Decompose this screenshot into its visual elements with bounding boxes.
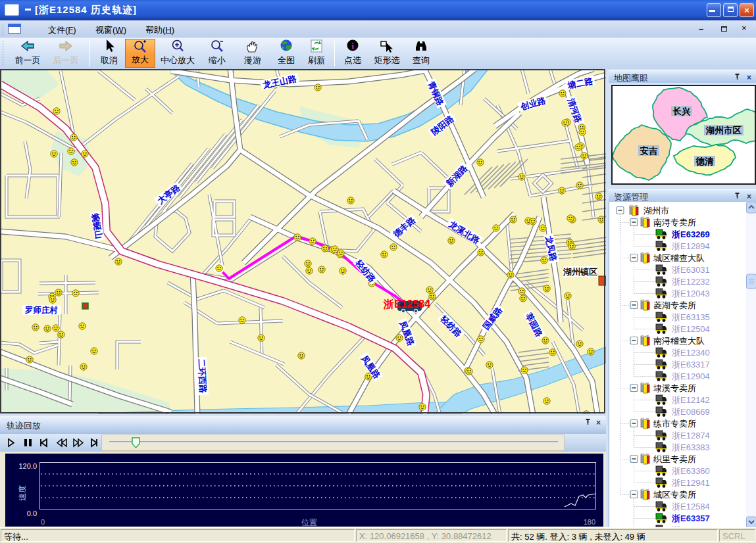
svg-text:浙E63031: 浙E63031 <box>672 265 710 275</box>
svg-text:浙E12584: 浙E12584 <box>672 502 710 511</box>
svg-text:浙E12043: 浙E12043 <box>672 289 710 298</box>
svg-text:湖州市区: 湖州市区 <box>705 126 742 135</box>
svg-text:浙E63383: 浙E63383 <box>672 442 710 452</box>
svg-text:浙E12904: 浙E12904 <box>672 371 710 381</box>
svg-text:菱湖专卖所: 菱湖专卖所 <box>653 300 696 310</box>
svg-text:安吉: 安吉 <box>640 146 659 156</box>
svg-text:浙E12504: 浙E12504 <box>672 324 710 334</box>
svg-text:120.0: 120.0 <box>18 462 37 470</box>
svg-text:湖州市: 湖州市 <box>643 206 669 216</box>
svg-text:浙E63269: 浙E63269 <box>671 229 710 239</box>
svg-text:织里专卖所: 织里专卖所 <box>653 454 696 464</box>
svg-text:浙E63317: 浙E63317 <box>672 360 710 369</box>
svg-text:浙E63360: 浙E63360 <box>672 466 710 476</box>
svg-text:浙E12142: 浙E12142 <box>672 395 710 405</box>
svg-text:城区专卖所: 城区专卖所 <box>653 490 696 500</box>
svg-text:位置: 位置 <box>301 518 317 527</box>
svg-text:浙E12941: 浙E12941 <box>672 478 710 488</box>
svg-text:浙E12340: 浙E12340 <box>672 348 710 358</box>
svg-text:0.0: 0.0 <box>27 509 37 517</box>
svg-text:练市专卖所: 练市专卖所 <box>653 419 696 429</box>
svg-text:浙E08669: 浙E08669 <box>672 407 710 417</box>
svg-text:浙E12584: 浙E12584 <box>383 298 430 310</box>
svg-text:罗师庄村: 罗师庄村 <box>24 306 59 315</box>
svg-text:埭溪专卖所: 埭溪专卖所 <box>653 383 696 393</box>
svg-text:速度: 速度 <box>18 485 27 501</box>
svg-text:0: 0 <box>41 518 45 526</box>
svg-text:南浔专卖所: 南浔专卖所 <box>653 218 696 227</box>
svg-text:180: 180 <box>584 518 595 526</box>
svg-text:南浔稽查大队: 南浔稽查大队 <box>653 336 705 346</box>
svg-text:二环西路: 二环西路 <box>197 359 209 394</box>
svg-text:浙E63357: 浙E63357 <box>671 513 710 523</box>
svg-text:浙E63135: 浙E63135 <box>672 312 710 322</box>
svg-text:湖州镇区: 湖州镇区 <box>563 267 597 277</box>
svg-text:长兴: 长兴 <box>672 106 692 116</box>
svg-text:浙E12894: 浙E12894 <box>672 241 710 251</box>
svg-text:德清: 德清 <box>695 156 715 166</box>
svg-text:城区稽查大队: 城区稽查大队 <box>653 253 705 263</box>
svg-text:浙E12232: 浙E12232 <box>672 277 710 287</box>
svg-text:i: i <box>351 41 354 51</box>
svg-text:浙E12874: 浙E12874 <box>672 431 710 440</box>
